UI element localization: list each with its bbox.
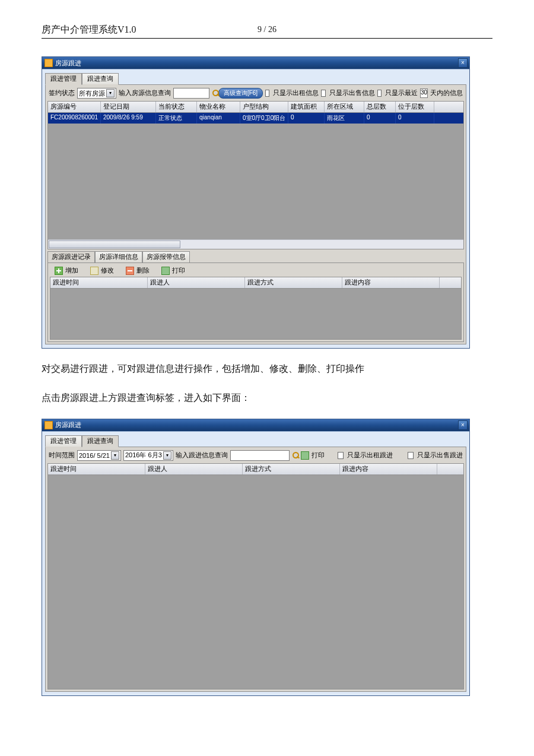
grid-cell: qianqian [197,113,240,124]
subtabstrip: 房源跟进记录 房源详细信息 房源报带信息 [47,251,464,262]
checkbox-sale-only[interactable] [321,90,325,97]
window-titlebar[interactable]: 房源跟进 × [42,57,469,69]
toolbar: 增加 修改 删除 打印 [50,265,462,277]
print-icon [301,451,309,460]
grid-cell: 0室0厅0卫0阳台 [240,113,288,124]
grid-row[interactable]: FC2009082600012009/8/26 9:59正常状态qianqian… [48,113,463,124]
tabstrip: 跟进管理 跟进查询 [45,435,466,447]
edit-button[interactable]: 修改 [90,267,114,275]
delete-button[interactable]: 删除 [126,267,150,275]
grid-column-header[interactable]: 跟进人 [148,277,245,288]
grid-column-header[interactable]: 跟进方式 [243,464,340,475]
grid-cell: 2009/8/26 9:59 [101,113,156,124]
grid-column-header[interactable]: 当前状态 [156,102,197,112]
document-header: 房产中介管理系统V1.0 9 / 26 [42,24,492,39]
grid-column-header[interactable]: 跟进方式 [245,277,342,288]
grid-column-header[interactable]: 物业名称 [197,102,240,112]
rent-follow-label: 只显示出租跟进 [347,451,393,460]
window-follow-up-manage: 房源跟进 × 跟进管理 跟进查询 签约状态 所有房源 ▾ 输入房源信息查询 [42,56,470,349]
sale-only-label: 只显示出售信息 [329,89,375,97]
subpanel: 增加 修改 删除 打印 跟进时间跟进人跟进方式跟进内容 [47,262,464,342]
tab-manage[interactable]: 跟进管理 [45,73,82,85]
grid-cell: FC200908260001 [48,113,101,124]
status-value: 所有房源 [79,89,105,98]
query-grid-body [47,475,464,689]
print-button[interactable]: 打印 [161,267,185,275]
add-icon [55,267,63,275]
checkbox-recent-only[interactable] [377,90,382,97]
adv-search-button[interactable]: 高级查询[F6] [218,88,263,99]
grid-column-header[interactable]: 登记日期 [101,102,156,112]
grid-column-header[interactable]: 跟进内容 [342,277,440,288]
search-icon[interactable] [292,451,299,460]
recent-only-prefix: 只显示最近 [385,89,418,97]
tab-query[interactable]: 跟进查询 [82,73,119,85]
window-follow-up-query: 房源跟进 × 跟进管理 跟进查询 时间范围 2016/ 5/21 ▾ 2016年… [42,419,470,696]
close-icon[interactable]: × [458,58,468,68]
edit-icon [90,267,98,275]
sale-follow-label: 只显示出售跟进 [417,451,463,460]
listing-grid: 房源编号登记日期当前状态物业名称户型结构建筑面积所在区域总层数位于层数 FC20… [47,101,464,249]
filter-bar: 签约状态 所有房源 ▾ 输入房源信息查询 高级查询[F6] 只显示出租信息 只显… [47,87,464,101]
date-to-picker[interactable]: 2016年 6月3 ▾ [123,450,173,461]
chevron-down-icon[interactable]: ▾ [163,451,171,460]
grid-column-header[interactable]: 建筑面积 [288,102,325,112]
status-label: 签约状态 [49,89,75,97]
print-icon [161,267,170,275]
document-title: 房产中介管理系统V1.0 [42,24,136,36]
window-title: 房源跟进 [55,59,81,68]
grid-column-header[interactable]: 位于层数 [396,102,434,112]
grid-cell: 正常状态 [156,113,197,124]
search-label: 输入跟进信息查询 [176,451,228,460]
grid-cell: 雨花区 [325,113,364,124]
date-from-picker[interactable]: 2016/ 5/21 ▾ [77,450,121,461]
grid-scrollbar[interactable] [48,239,463,249]
recent-only-suffix: 天内的信息 [430,89,463,97]
tab-panel-manage: 签约状态 所有房源 ▾ 输入房源信息查询 高级查询[F6] 只显示出租信息 只显… [45,84,466,344]
window-icon [44,59,53,67]
paragraph-query-tab: 点击房源跟进上方跟进查询标签，进入如下界面： [42,390,492,407]
window-title: 房源跟进 [55,420,81,429]
grid-cell: 0 [396,113,434,124]
query-grid-header: 跟进时间跟进人跟进方式跟进内容 [47,463,464,475]
tab-query[interactable]: 跟进查询 [82,435,119,447]
rent-only-label: 只显示出租信息 [273,89,319,97]
scrollbar-thumb[interactable] [49,241,180,248]
checkbox-rent-only[interactable] [265,90,269,97]
close-icon[interactable]: × [458,420,468,430]
search-input[interactable] [173,88,209,99]
status-combo[interactable]: 所有房源 ▾ [77,88,116,99]
window-icon [44,421,53,429]
tab-manage[interactable]: 跟进管理 [45,435,82,447]
subtab-follow-records[interactable]: 房源跟进记录 [47,251,95,262]
follow-grid-body [50,289,462,340]
window-titlebar[interactable]: 房源跟进 × [42,419,469,431]
print-button[interactable]: 打印 [301,451,325,460]
search-label: 输入房源信息查询 [119,89,171,97]
tabstrip: 跟进管理 跟进查询 [45,72,466,84]
checkbox-rent-follow[interactable] [338,452,344,459]
grid-column-header[interactable]: 跟进时间 [50,277,148,288]
delete-icon [126,267,134,275]
add-button[interactable]: 增加 [55,267,78,275]
chevron-down-icon[interactable]: ▾ [106,89,115,97]
subtab-report[interactable]: 房源报带信息 [142,251,190,262]
search-input[interactable] [230,450,290,461]
time-range-label: 时间范围 [49,451,75,460]
grid-cell: 0 [364,113,396,124]
search-icon[interactable] [212,89,216,97]
grid-column-header[interactable]: 房源编号 [48,102,101,112]
grid-column-header[interactable]: 跟进人 [145,464,243,475]
grid-column-header[interactable]: 总层数 [364,102,396,112]
follow-grid-header: 跟进时间跟进人跟进方式跟进内容 [50,277,462,289]
chevron-down-icon[interactable]: ▾ [111,451,119,460]
days-input[interactable]: 30 [420,88,428,98]
grid-column-header[interactable]: 跟进内容 [340,464,437,475]
grid-column-header[interactable]: 所在区域 [325,102,364,112]
filter-bar: 时间范围 2016/ 5/21 ▾ 2016年 6月3 ▾ 输入跟进信息查询 打… [47,449,464,463]
subtab-detail[interactable]: 房源详细信息 [95,251,142,262]
grid-cell: 0 [288,113,325,124]
grid-column-header[interactable]: 跟进时间 [48,464,145,475]
checkbox-sale-follow[interactable] [408,452,414,459]
grid-column-header[interactable]: 户型结构 [240,102,288,112]
